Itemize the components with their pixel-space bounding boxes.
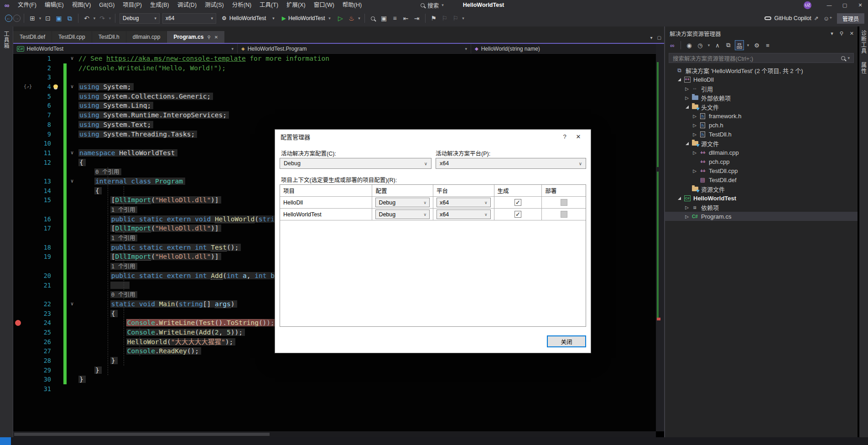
- previous-bookmark-icon[interactable]: ⚐: [440, 13, 450, 24]
- close-icon[interactable]: ✕: [572, 133, 585, 140]
- expander-closed-icon[interactable]: ▷: [692, 132, 697, 137]
- fold-marker[interactable]: [68, 224, 76, 233]
- feedback-button[interactable]: [0, 437, 11, 445]
- breakpoint-margin[interactable]: [13, 328, 22, 337]
- build-checkbox[interactable]: ✓: [515, 211, 521, 218]
- fold-marker[interactable]: [68, 366, 76, 375]
- breakpoint-margin[interactable]: [13, 215, 22, 224]
- expander-closed-icon[interactable]: ▷: [692, 123, 697, 128]
- fold-marker[interactable]: [68, 92, 76, 101]
- menu-item[interactable]: 项目(P): [119, 2, 146, 8]
- expander-closed-icon[interactable]: ▷: [684, 95, 690, 100]
- github-copilot-button[interactable]: GitHub Copilot ⇗: [764, 15, 818, 21]
- breadcrumb-type-dropdown[interactable]: ◈ HelloWorldTest.Program ▾: [238, 44, 471, 53]
- menu-item[interactable]: 调试(D): [173, 2, 201, 8]
- close-button[interactable]: ✕: [852, 0, 868, 10]
- fold-marker[interactable]: [68, 318, 76, 328]
- platform-select[interactable]: x64▾: [162, 13, 216, 24]
- menu-item[interactable]: 编辑(E): [41, 2, 68, 8]
- menu-item[interactable]: Git(G): [95, 2, 119, 8]
- fold-marker[interactable]: ∨: [68, 82, 76, 92]
- tree-item-framework.h[interactable]: ▷hframework.h: [665, 111, 858, 120]
- breakpoint-margin[interactable]: [13, 63, 22, 73]
- breakpoint-margin[interactable]: [13, 346, 22, 356]
- breakpoint-margin[interactable]: [13, 299, 22, 309]
- tree-item-Program.cs[interactable]: ▷C#Program.cs: [665, 212, 858, 221]
- expander-open-icon[interactable]: [684, 105, 690, 110]
- breakpoint-margin[interactable]: [13, 318, 22, 328]
- breadcrumb-project-dropdown[interactable]: C# HelloWorldTest ▾: [13, 44, 238, 53]
- indent-decrease-icon[interactable]: ⇤: [401, 13, 411, 24]
- close-icon[interactable]: ✕: [214, 35, 218, 40]
- find-in-files-icon[interactable]: [368, 13, 378, 24]
- expander-closed-icon[interactable]: ▷: [692, 168, 697, 173]
- breakpoint-margin[interactable]: [13, 281, 22, 290]
- start-debugging-button[interactable]: ▶HelloWorldTest▾: [279, 13, 335, 24]
- breakpoint-icon[interactable]: [15, 320, 21, 326]
- minimize-button[interactable]: —: [821, 0, 837, 10]
- editor-vertical-scrollbar[interactable]: [656, 44, 664, 431]
- tab-TestDll.cpp[interactable]: TestDll.cpp: [52, 31, 92, 43]
- fold-marker[interactable]: [68, 346, 76, 356]
- view-switcher-icon[interactable]: 品: [735, 40, 744, 50]
- breakpoint-margin[interactable]: [13, 224, 22, 233]
- menu-item[interactable]: 视图(V): [68, 2, 95, 8]
- tree-item-TestDll.def[interactable]: ▤TestDll.def: [665, 175, 858, 184]
- tree-item-HelloWorldTest[interactable]: C#HelloWorldTest: [665, 194, 858, 203]
- fold-marker[interactable]: [68, 243, 76, 252]
- fold-marker[interactable]: [68, 375, 76, 384]
- breakpoint-margin[interactable]: [13, 120, 22, 130]
- fold-marker[interactable]: [68, 73, 76, 82]
- fold-marker[interactable]: [68, 158, 76, 168]
- new-project-icon[interactable]: ⊞: [27, 13, 37, 24]
- fold-marker[interactable]: [68, 205, 76, 215]
- breakpoint-margin[interactable]: [13, 309, 22, 319]
- side-tab-诊断工具[interactable]: 诊断工具: [860, 30, 868, 54]
- fold-marker[interactable]: [68, 309, 76, 319]
- breakpoint-margin[interactable]: [13, 186, 22, 196]
- toolbox-side-tab[interactable]: 工具箱: [0, 26, 13, 437]
- tab-Program.cs[interactable]: Program.cs⚲✕: [167, 31, 224, 43]
- show-whitespace-icon[interactable]: ≡: [390, 13, 400, 24]
- expander-closed-icon[interactable]: ▷: [692, 114, 697, 119]
- fold-marker[interactable]: [68, 63, 76, 73]
- breakpoint-margin[interactable]: [13, 366, 22, 375]
- breakpoint-margin[interactable]: [13, 252, 22, 262]
- fold-marker[interactable]: [68, 328, 76, 337]
- fold-marker[interactable]: [68, 195, 76, 205]
- tab-TestDll.h[interactable]: TestDll.h: [92, 31, 126, 43]
- build-checkbox[interactable]: ✓: [515, 199, 521, 206]
- tab-TestDll.def[interactable]: TestDll.def: [13, 31, 52, 43]
- side-tab-属性[interactable]: 属性: [860, 62, 868, 74]
- fold-marker[interactable]: ∨: [68, 299, 76, 309]
- chevron-down-icon[interactable]: ▾: [746, 43, 750, 47]
- expander-open-icon[interactable]: [676, 77, 682, 82]
- tree-item-依赖项[interactable]: ▷⧈依赖项: [665, 203, 858, 212]
- fold-marker[interactable]: [68, 130, 76, 139]
- breakpoint-margin[interactable]: [13, 195, 22, 205]
- fold-marker[interactable]: [68, 110, 76, 120]
- fold-marker[interactable]: ∨: [68, 177, 76, 186]
- breakpoint-margin[interactable]: [13, 262, 22, 271]
- toggle-bookmark-icon[interactable]: ⚑: [429, 13, 439, 24]
- tree-item-dllmain.cpp[interactable]: ▷++dllmain.cpp: [665, 148, 858, 157]
- breakpoint-margin[interactable]: [13, 158, 22, 168]
- tree-item-pch.cpp[interactable]: ++pch.cpp: [665, 157, 858, 166]
- breakpoint-margin[interactable]: [13, 375, 22, 384]
- open-file-icon[interactable]: ⊡: [43, 13, 53, 24]
- pending-changes-filter-icon[interactable]: ◷: [696, 40, 705, 50]
- add-account-icon[interactable]: ☺⁺: [823, 15, 832, 22]
- chevron-down-icon[interactable]: ▾: [461, 16, 466, 21]
- tree-item-源文件[interactable]: 源文件: [665, 139, 858, 148]
- tree-item-外部依赖项[interactable]: ▷外部依赖项: [665, 93, 858, 102]
- active-configuration-select[interactable]: Debug ∨: [280, 158, 431, 169]
- navigate-forward-icon[interactable]: →: [13, 15, 21, 22]
- tree-item-pch.h[interactable]: ▷hpch.h: [665, 120, 858, 130]
- breakpoint-margin[interactable]: [13, 167, 22, 177]
- sync-with-active-document-icon[interactable]: ⧉: [724, 40, 733, 50]
- breakpoint-margin[interactable]: [13, 271, 22, 281]
- project-platform-select[interactable]: x64∨: [437, 209, 491, 219]
- close-dialog-button[interactable]: 关闭: [547, 335, 586, 347]
- tree-item-TestDll.cpp[interactable]: ▷++TestDll.cpp: [665, 166, 858, 175]
- fold-marker[interactable]: [68, 384, 76, 394]
